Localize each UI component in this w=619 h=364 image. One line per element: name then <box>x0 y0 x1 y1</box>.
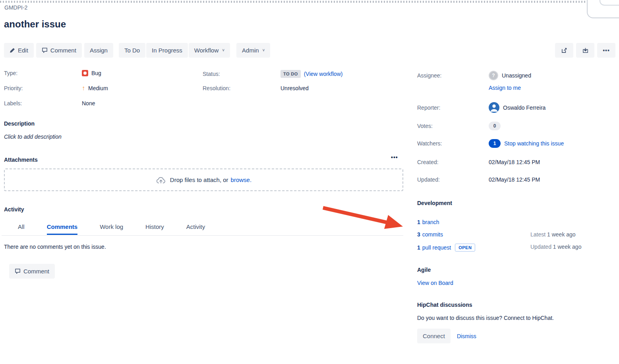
watchers-count-badge[interactable]: 1 <box>489 139 501 148</box>
issue-toolbar: Edit Comment Assign To Do In Progress Wo… <box>4 43 270 58</box>
development-heading: Development <box>417 200 452 206</box>
hipchat-actions: Connect Dismiss <box>417 329 476 343</box>
no-comments-message: There are no comments yet on this issue. <box>4 244 106 250</box>
activity-tabs: All Comments Work log History Activity <box>4 221 216 235</box>
add-comment-button[interactable]: Comment <box>9 264 55 279</box>
pr-status-badge: OPEN <box>455 244 475 252</box>
tabs-divider <box>2 235 403 236</box>
pull-request-link[interactable]: pull request <box>422 244 451 251</box>
created-field: Created: 02/May/18 12:45 PM <box>417 159 540 165</box>
tab-history[interactable]: History <box>145 221 164 235</box>
breadcrumb-issue-key[interactable]: GMDPI-2 <box>4 4 27 11</box>
export-views-button[interactable] <box>576 43 594 58</box>
status-field: Status: TO DO (View workflow) <box>203 70 342 78</box>
updated-value: 02/May/18 12:45 PM <box>489 176 540 183</box>
reporter-label: Reporter: <box>417 105 489 111</box>
updated-field: Updated: 02/May/18 12:45 PM <box>417 176 540 183</box>
description-heading: Description <box>4 120 35 127</box>
page-top-dotted-border <box>0 1 586 3</box>
browse-files-link[interactable]: browse. <box>231 176 252 183</box>
attachments-more-button[interactable]: ••• <box>391 154 398 161</box>
ellipsis-icon: ••• <box>603 47 610 54</box>
hipchat-heading: HipChat discussions <box>417 302 472 308</box>
admin-dropdown-button[interactable]: Admin ˅ <box>236 43 270 58</box>
agile-heading: Agile <box>417 267 431 273</box>
watchers-field: Watchers: 1 Stop watching this issue <box>417 139 564 148</box>
tab-all[interactable]: All <box>18 221 25 235</box>
workflow-dropdown-button[interactable]: Workflow ˅ <box>189 43 230 58</box>
created-label: Created: <box>417 159 489 165</box>
description-placeholder[interactable]: Click to add description <box>4 134 62 140</box>
labels-value: None <box>82 100 95 106</box>
stop-watching-link[interactable]: Stop watching this issue <box>504 140 564 147</box>
branch-link[interactable]: branch <box>422 219 439 225</box>
todo-transition-button[interactable]: To Do <box>119 43 145 58</box>
cutoff-popup-panel-inner <box>600 0 619 6</box>
assignee-label: Assignee: <box>417 72 489 79</box>
toolbar-right-icons: ••• <box>555 43 615 58</box>
assignee-value: Unassigned <box>502 72 531 79</box>
chevron-down-icon: ˅ <box>263 48 265 52</box>
created-value: 02/May/18 12:45 PM <box>489 159 540 165</box>
page-title: another issue <box>4 19 66 30</box>
tab-activity[interactable]: Activity <box>186 221 205 235</box>
details-module: Type: Bug Priority: ↑ Medium Labels: Non… <box>4 70 405 110</box>
type-value: Bug <box>91 70 101 76</box>
bug-type-icon <box>82 70 88 76</box>
resolution-field: Resolution: Unresolved <box>203 85 309 91</box>
activity-heading: Activity <box>4 206 24 213</box>
votes-count-badge[interactable]: 0 <box>489 122 501 130</box>
status-badge: TO DO <box>280 70 301 78</box>
more-options-button[interactable]: ••• <box>597 43 615 58</box>
priority-label: Priority: <box>4 85 82 91</box>
labels-label: Labels: <box>4 100 82 106</box>
priority-value: Medium <box>88 85 108 91</box>
assignee-field: Assignee: ? Unassigned <box>417 71 531 80</box>
assign-button[interactable]: Assign <box>84 43 113 58</box>
resolution-value: Unresolved <box>280 85 309 91</box>
comment-bubble-icon <box>42 47 48 53</box>
workflow-button-group: To Do In Progress Workflow ˅ <box>119 43 230 58</box>
unassigned-avatar: ? <box>489 71 498 80</box>
attachments-heading: Attachments <box>4 157 38 163</box>
export-download-icon <box>582 47 589 54</box>
hipchat-message: Do you want to discuss this issue? Conne… <box>417 315 554 321</box>
share-export-icon <box>561 47 568 54</box>
commit-count: 3 <box>417 231 420 238</box>
hipchat-dismiss-link[interactable]: Dismiss <box>457 333 476 339</box>
status-label: Status: <box>203 71 280 77</box>
updated-label: Updated: <box>417 176 489 183</box>
share-button[interactable] <box>555 43 573 58</box>
watchers-label: Watchers: <box>417 140 489 147</box>
jira-issue-page: GMDPI-2 another issue Edit Comment Assig… <box>0 0 619 364</box>
priority-medium-icon: ↑ <box>82 85 85 91</box>
priority-field: Priority: ↑ Medium <box>4 85 108 91</box>
chevron-down-icon: ˅ <box>222 48 224 52</box>
hipchat-connect-button[interactable]: Connect <box>417 329 451 343</box>
comment-button[interactable]: Comment <box>36 43 82 58</box>
commits-link[interactable]: commits <box>422 231 443 238</box>
votes-label: Votes: <box>417 123 489 129</box>
pr-count: 1 <box>417 244 420 251</box>
view-workflow-link[interactable]: (View workflow) <box>304 71 343 77</box>
pencil-icon <box>10 48 15 53</box>
reporter-avatar <box>489 102 499 113</box>
edit-button[interactable]: Edit <box>4 43 34 58</box>
type-label: Type: <box>4 70 82 76</box>
labels-field: Labels: None <box>4 100 95 106</box>
tab-comments[interactable]: Comments <box>47 221 78 235</box>
view-on-board-link[interactable]: View on Board <box>417 280 453 286</box>
branches-row: 1 branch <box>417 219 596 225</box>
in-progress-transition-button[interactable]: In Progress <box>146 43 188 58</box>
cloud-upload-icon <box>156 176 166 184</box>
attachments-dropzone[interactable]: Drop files to attach, or browse. <box>4 168 403 191</box>
tab-work-log[interactable]: Work log <box>100 221 123 235</box>
reporter-field: Reporter: Oswaldo Ferreira <box>417 102 545 113</box>
reporter-value: Oswaldo Ferreira <box>503 105 545 111</box>
comment-bubble-icon <box>15 268 21 274</box>
resolution-label: Resolution: <box>203 85 280 91</box>
assign-to-me-link[interactable]: Assign to me <box>489 85 521 91</box>
red-annotation-arrow <box>319 203 406 232</box>
pr-meta: Updated 1 week ago <box>530 244 581 250</box>
dropzone-text: Drop files to attach, or <box>170 176 228 183</box>
